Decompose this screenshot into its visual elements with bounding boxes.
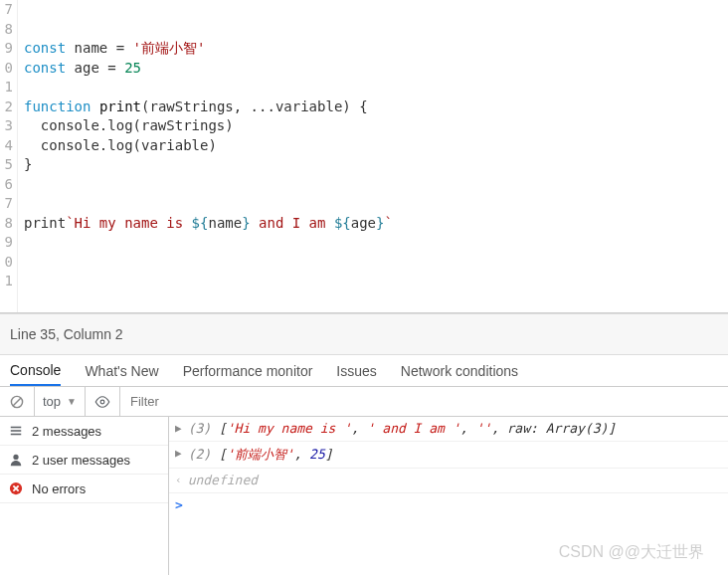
- code-line[interactable]: const name = '前端小智': [18, 39, 728, 59]
- svg-point-6: [13, 455, 18, 460]
- line-number: 9: [0, 39, 13, 59]
- console-main: 2 messages2 user messagesNo errors ▶(3) …: [0, 417, 728, 575]
- cursor-position: Line 35, Column 2: [10, 326, 123, 342]
- line-number: 7: [0, 0, 13, 20]
- code-line[interactable]: [18, 272, 728, 291]
- line-number: 0: [0, 253, 13, 273]
- devtools-tabs: ConsoleWhat's NewPerformance monitorIssu…: [0, 355, 728, 387]
- console-sidebar: 2 messages2 user messagesNo errors: [0, 417, 169, 575]
- code-area[interactable]: const name = '前端小智'const age = 25 functi…: [18, 0, 728, 312]
- expand-icon[interactable]: ▶: [175, 421, 182, 437]
- line-number: 4: [0, 136, 13, 156]
- console-entry[interactable]: ▶(3) ['Hi my name is ', ' and I am ', ''…: [169, 417, 728, 442]
- filter-input[interactable]: [128, 393, 720, 410]
- eye-icon[interactable]: [93, 393, 111, 411]
- line-number: 6: [0, 175, 13, 195]
- console-prompt[interactable]: >: [169, 493, 728, 516]
- line-gutter: 789012345678901: [0, 0, 18, 312]
- console-value: (3) ['Hi my name is ', ' and I am ', '',…: [188, 421, 722, 436]
- line-number: 7: [0, 194, 13, 214]
- line-number: 8: [0, 214, 13, 234]
- code-line[interactable]: [18, 253, 728, 273]
- code-line[interactable]: [18, 194, 728, 214]
- console-return: undefined: [188, 473, 722, 487]
- return-icon: ‹: [175, 473, 182, 488]
- chevron-down-icon: ▼: [67, 396, 77, 407]
- console-value: (2) ['前端小智', 25]: [188, 446, 722, 464]
- line-number: 5: [0, 155, 13, 175]
- console-output[interactable]: ▶(3) ['Hi my name is ', ' and I am ', ''…: [169, 417, 728, 575]
- line-number: 9: [0, 233, 13, 253]
- console-entry[interactable]: ‹undefined: [169, 469, 728, 493]
- code-editor[interactable]: 789012345678901 const name = '前端小智'const…: [0, 0, 728, 313]
- code-line[interactable]: }: [18, 155, 728, 175]
- tab-issues[interactable]: Issues: [336, 357, 376, 385]
- user-icon: [8, 452, 24, 468]
- console-entry[interactable]: ▶(2) ['前端小智', 25]: [169, 442, 728, 469]
- sidebar-item-label: No errors: [32, 481, 86, 496]
- code-line[interactable]: print`Hi my name is ${name} and I am ${a…: [18, 214, 728, 234]
- filter-segment: [120, 387, 728, 416]
- code-line[interactable]: console.log(variable): [18, 136, 728, 156]
- code-line[interactable]: const age = 25: [18, 59, 728, 79]
- line-number: 1: [0, 78, 13, 97]
- list-icon: [8, 423, 24, 439]
- sidebar-item[interactable]: 2 user messages: [0, 446, 168, 475]
- clear-icon[interactable]: [8, 393, 26, 411]
- line-number: 0: [0, 59, 13, 79]
- eye-segment[interactable]: [86, 387, 120, 416]
- expand-icon[interactable]: ▶: [175, 446, 182, 462]
- context-selector[interactable]: top ▼: [35, 387, 86, 416]
- line-number: 1: [0, 272, 13, 291]
- tab-console[interactable]: Console: [10, 356, 61, 386]
- line-number: 8: [0, 20, 13, 40]
- line-number: 2: [0, 97, 13, 117]
- code-line[interactable]: console.log(rawStrings): [18, 116, 728, 136]
- line-number: 3: [0, 116, 13, 136]
- sidebar-item-label: 2 user messages: [32, 453, 130, 468]
- sidebar-item[interactable]: No errors: [0, 475, 168, 503]
- tab-what-s-new[interactable]: What's New: [85, 357, 158, 385]
- tab-performance-monitor[interactable]: Performance monitor: [183, 357, 313, 385]
- code-line[interactable]: [18, 0, 728, 20]
- sidebar-item[interactable]: 2 messages: [0, 417, 168, 446]
- code-line[interactable]: [18, 233, 728, 253]
- context-label: top: [43, 394, 61, 409]
- toolbar-left: [0, 387, 35, 416]
- error-icon: [8, 480, 24, 496]
- code-line[interactable]: [18, 20, 728, 40]
- svg-point-2: [100, 400, 104, 404]
- status-bar: Line 35, Column 2: [0, 313, 728, 355]
- code-line[interactable]: [18, 78, 728, 97]
- tab-network-conditions[interactable]: Network conditions: [401, 357, 518, 385]
- svg-line-1: [13, 398, 21, 406]
- code-line[interactable]: function print(rawStrings, ...variable) …: [18, 97, 728, 117]
- code-line[interactable]: [18, 175, 728, 195]
- console-toolbar: top ▼: [0, 387, 728, 417]
- sidebar-item-label: 2 messages: [32, 424, 101, 439]
